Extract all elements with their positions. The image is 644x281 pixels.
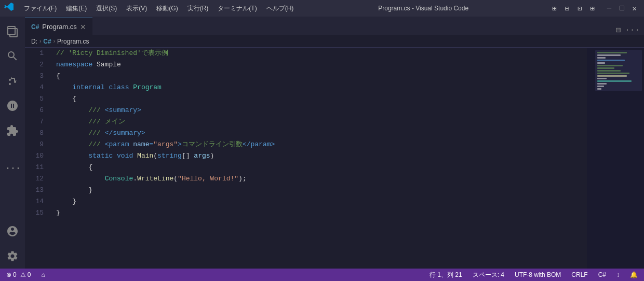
menu-go[interactable]: 移動(G): [152, 2, 182, 15]
menu-edit[interactable]: 編集(E): [62, 2, 91, 15]
code-line-13: }: [56, 185, 587, 196]
bell-icon: 🔔: [630, 271, 638, 278]
code-bracket-10: []: [182, 150, 194, 162]
minimap-line-4: [597, 60, 625, 61]
menu-bar: ファイル(F) 編集(E) 選択(S) 表示(V) 移動(G) 実行(R) ター…: [20, 2, 298, 15]
status-bell[interactable]: 🔔: [628, 271, 640, 278]
window-title: Program.cs - Visual Studio Code: [304, 5, 543, 12]
code-line-6: /// <summary>: [56, 105, 587, 116]
code-param-args: args: [194, 150, 210, 162]
status-line-ending[interactable]: CRLF: [569, 271, 589, 278]
activity-extensions[interactable]: [2, 120, 23, 141]
layout-icon-4[interactable]: ⊞: [587, 3, 597, 14]
code-method-writeline: WriteLine: [137, 173, 173, 185]
layout-icon-1[interactable]: ⊞: [549, 3, 559, 14]
menu-view[interactable]: 表示(V): [122, 2, 151, 15]
code-xml-tag-summary-open: <summary>: [105, 105, 141, 116]
code-line-11: {: [56, 162, 587, 173]
status-language[interactable]: C#: [596, 271, 608, 278]
minimap-line-13: [597, 83, 607, 85]
code-namespace-name: Sample: [92, 59, 121, 71]
breadcrumb-drive[interactable]: D:: [31, 38, 37, 45]
breadcrumb-cs[interactable]: C#: [43, 38, 51, 45]
code-indent-10: [56, 150, 88, 162]
activity-bar-bottom: [2, 219, 23, 269]
code-keyword-class: class: [109, 82, 129, 93]
activity-more[interactable]: ···: [2, 158, 23, 178]
editor-area[interactable]: 1 2 3 4 5 6 7 8 9 10 11 12 13 14 15 //: [25, 48, 644, 269]
code-indent-12: [56, 173, 105, 185]
code-keyword-string: string: [157, 150, 182, 162]
activity-bar: ···: [0, 17, 25, 269]
line-num-11: 11: [25, 162, 48, 173]
line-num-1: 1: [25, 48, 48, 59]
code-line-8: /// </summary>: [56, 128, 587, 139]
status-position[interactable]: 行 1、列 21: [427, 271, 464, 279]
menu-help[interactable]: ヘルプ(H): [262, 2, 298, 15]
activity-account[interactable]: [2, 221, 23, 242]
tab-actions: ⊟ ···: [616, 25, 644, 35]
status-home[interactable]: ⌂: [39, 271, 47, 278]
code-sp10b: [133, 150, 137, 162]
status-spaces[interactable]: スペース: 4: [471, 271, 506, 279]
code-keyword-namespace: namespace: [56, 59, 92, 71]
line-num-10: 10: [25, 150, 48, 162]
position-label: 行 1、列 21: [430, 271, 462, 279]
minimize-button[interactable]: ─: [604, 3, 614, 13]
minimap-line-15: [597, 88, 601, 90]
line-num-7: 7: [25, 116, 48, 128]
activity-run[interactable]: [2, 95, 23, 116]
code-comment-1: // 'Ricty Diminished'で表示例: [56, 48, 168, 59]
minimap-line-11: [597, 78, 607, 79]
activity-source-control[interactable]: [2, 71, 23, 91]
breadcrumb: D: › C# › Program.cs: [25, 35, 644, 48]
breadcrumb-filename[interactable]: Program.cs: [57, 38, 89, 45]
close-button[interactable]: ✕: [629, 3, 640, 14]
code-paren-12b: );: [238, 173, 247, 185]
code-xml-tag-param-open: <param: [105, 139, 133, 150]
tab-program-cs[interactable]: C# Program.cs ✕: [25, 18, 92, 35]
code-line-12: Console . WriteLine ( "Hello, World!" );: [56, 173, 587, 185]
more-actions-icon[interactable]: ···: [625, 25, 640, 35]
minimap-lines: [595, 50, 642, 93]
menu-file[interactable]: ファイル(F): [20, 2, 61, 15]
status-encoding[interactable]: UTF-8 with BOM: [513, 271, 563, 278]
code-line-4: internal class Program: [56, 82, 587, 93]
account-icon: [6, 225, 19, 237]
code-xml-attr-name: name: [133, 139, 149, 150]
error-count: 0: [13, 271, 17, 278]
code-brace-13: }: [56, 185, 92, 196]
menu-terminal[interactable]: ターミナル(T): [213, 2, 261, 15]
tab-close-button[interactable]: ✕: [80, 23, 86, 31]
activity-settings[interactable]: [2, 246, 23, 266]
layout-icon-2[interactable]: ⊟: [561, 3, 572, 14]
split-editor-icon[interactable]: ⊟: [616, 25, 621, 35]
code-area[interactable]: // 'Ricty Diminished'で表示例 namespace Samp…: [52, 48, 587, 269]
activity-explorer[interactable]: [2, 21, 23, 41]
code-line-7: /// メイン: [56, 116, 587, 128]
activity-search[interactable]: [2, 46, 23, 66]
status-right: 行 1、列 21 スペース: 4 UTF-8 with BOM CRLF C# …: [427, 271, 640, 279]
minimap-line-2: [597, 54, 621, 56]
line-numbers: 1 2 3 4 5 6 7 8 9 10 11 12 13 14 15: [25, 48, 52, 269]
code-xml-attr-val: "args": [153, 139, 178, 150]
line-num-12: 12: [25, 173, 48, 185]
maximize-button[interactable]: □: [616, 3, 627, 13]
run-icon: [6, 100, 19, 112]
code-line-14: }: [56, 196, 587, 207]
extensions-icon: [6, 124, 19, 137]
status-errors[interactable]: ⊗ 0 ⚠ 0: [4, 271, 33, 278]
minimap-content: [595, 50, 642, 91]
minimap-line-9: [597, 73, 629, 74]
layout-icon-3[interactable]: ⊡: [574, 3, 585, 14]
menu-select[interactable]: 選択(S): [92, 2, 121, 15]
code-comment-7: /// メイン: [56, 116, 125, 128]
menu-run[interactable]: 実行(R): [183, 2, 213, 15]
minimap-line-10: [597, 75, 627, 77]
code-comment-8a: ///: [56, 128, 105, 139]
warning-icon: ⚠: [20, 271, 26, 278]
breadcrumb-sep-2: ›: [53, 38, 55, 44]
line-num-4: 4: [25, 82, 48, 93]
code-keyword-static: static: [88, 150, 113, 162]
status-sync[interactable]: ↕: [614, 271, 622, 278]
